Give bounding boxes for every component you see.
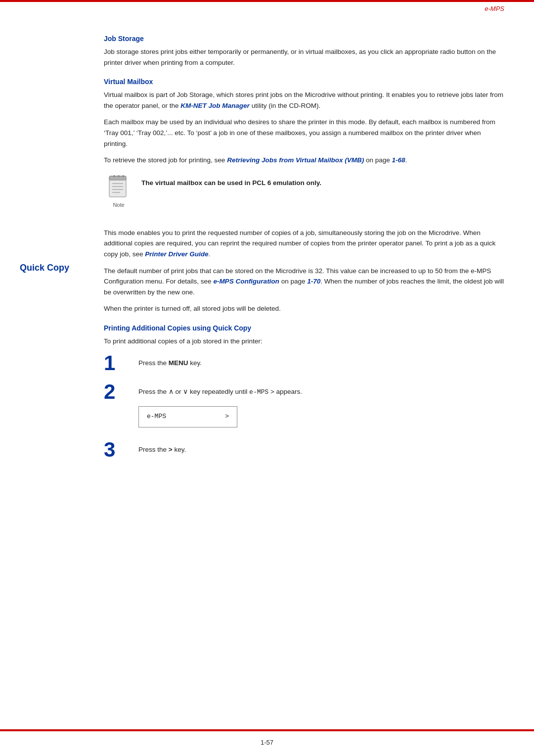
km-net-link[interactable]: KM-NET Job Manager <box>180 102 250 109</box>
header-label: e-MPS <box>485 5 504 12</box>
virtual-mailbox-heading: Virtual Mailbox <box>104 78 504 86</box>
step-2-content: Press the ∧ or ∨ key repeatedly until e-… <box>138 381 504 432</box>
svg-point-8 <box>122 175 124 177</box>
step-1-content: Press the MENU key. <box>138 353 504 369</box>
content-area: Quick Copy Job Storage Job storage store… <box>0 25 534 721</box>
page-1-70-link[interactable]: 1-70 <box>307 278 320 285</box>
section-gap-1 <box>104 218 504 228</box>
code-box: e-MPS > <box>138 406 237 427</box>
step-2-number: 2 <box>104 381 134 402</box>
page-1-68-link[interactable]: 1-68 <box>392 156 405 164</box>
printing-additional-copies-heading: Printing Additional Copies using Quick C… <box>104 324 504 332</box>
note-icon-image <box>105 174 133 201</box>
job-storage-body: Job storage stores print jobs either tem… <box>104 47 504 68</box>
retrieving-jobs-link[interactable]: Retrieving Jobs from Virtual Mailbox (VM… <box>227 156 364 164</box>
code-box-content: e-MPS > <box>147 412 229 422</box>
left-sidebar: Quick Copy <box>0 25 99 721</box>
note-icon-area: Note <box>104 174 134 208</box>
bottom-border-line <box>0 729 534 731</box>
step-1-container: 1 Press the MENU key. <box>104 353 504 374</box>
quick-copy-body2: The default number of print jobs that ca… <box>104 266 504 298</box>
printer-driver-guide-link[interactable]: Printer Driver Guide <box>145 250 208 258</box>
note-container: Note The virtual mailbox can be used in … <box>104 174 504 208</box>
job-storage-heading: Job Storage <box>104 35 504 43</box>
step-3-number: 3 <box>104 439 134 460</box>
printing-intro: To print additional copies of a job stor… <box>104 336 504 347</box>
main-content: Job Storage Job storage stores print job… <box>99 25 534 721</box>
note-text: The virtual mailbox can be used in PCL 6… <box>141 174 321 189</box>
step-2-container: 2 Press the ∧ or ∨ key repeatedly until … <box>104 381 504 432</box>
svg-point-7 <box>118 175 120 177</box>
step-2-code: e-MPS <box>249 388 268 396</box>
step-3-key-bold: > <box>169 446 173 453</box>
step-3-container: 3 Press the > key. <box>104 439 504 460</box>
header-emps-text: e-MPS <box>485 5 504 12</box>
top-border-line <box>0 0 534 2</box>
step-1-menu-bold: MENU <box>169 359 188 367</box>
quick-copy-body3: When the printer is turned off, all stor… <box>104 303 504 314</box>
step-1-number: 1 <box>104 353 134 374</box>
sidebar-quick-copy-title: Quick Copy <box>20 262 99 274</box>
virtual-mailbox-body2: Each mailbox may be used by an individua… <box>104 117 504 149</box>
code-box-symbol: > <box>225 412 229 422</box>
code-box-label: e-MPS <box>147 412 166 422</box>
svg-point-6 <box>113 175 115 177</box>
quick-copy-body1: This mode enables you to print the reque… <box>104 228 504 260</box>
note-label: Note <box>113 202 124 208</box>
virtual-mailbox-body3: To retrieve the stored job for printing,… <box>104 155 504 166</box>
virtual-mailbox-body1: Virtual mailbox is part of Job Storage, … <box>104 90 504 111</box>
step-3-content: Press the > key. <box>138 439 504 455</box>
footer-page-number: 1-57 <box>261 739 273 746</box>
emps-config-link[interactable]: e-MPS Configuration <box>213 278 279 285</box>
